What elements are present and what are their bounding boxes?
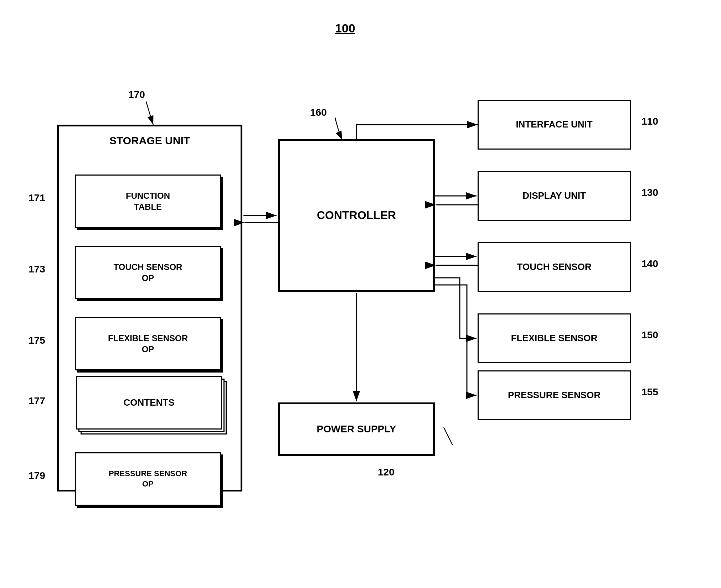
pressure-sensor-op-box: PRESSURE SENSOR OP bbox=[75, 452, 221, 506]
controller-box: CONTROLLER bbox=[278, 139, 435, 292]
interface-unit-box: INTERFACE UNIT bbox=[478, 100, 631, 150]
ref-140: 140 bbox=[642, 258, 658, 270]
function-table-box: FUNCTION TABLE bbox=[75, 175, 221, 228]
ref-150: 150 bbox=[642, 329, 658, 341]
ref-160: 160 bbox=[310, 107, 327, 118]
ref-171: 171 bbox=[29, 192, 45, 204]
ref-177: 177 bbox=[29, 395, 45, 407]
ref-170: 170 bbox=[128, 89, 145, 100]
ref-173: 173 bbox=[29, 264, 45, 275]
ref-110: 110 bbox=[642, 116, 658, 127]
flexible-sensor-box: FLEXIBLE SENSOR bbox=[478, 313, 631, 363]
power-supply-box: POWER SUPPLY bbox=[278, 402, 435, 456]
ref-130: 130 bbox=[642, 187, 658, 198]
ref-155: 155 bbox=[642, 386, 658, 398]
ref-179: 179 bbox=[29, 470, 45, 482]
flexible-sensor-op-box: FLEXIBLE SENSOR OP bbox=[75, 317, 221, 370]
touch-sensor-box: TOUCH SENSOR bbox=[478, 242, 631, 292]
touch-sensor-op-box: TOUCH SENSOR OP bbox=[75, 246, 221, 299]
ref-120: 120 bbox=[378, 467, 395, 478]
ref-175: 175 bbox=[29, 335, 45, 346]
pressure-sensor-box: PRESSURE SENSOR bbox=[478, 370, 631, 420]
diagram: 100 STORAGE UNIT 170 FUNCTION TABLE 171 … bbox=[0, 0, 721, 588]
contents-box: CONTENTS bbox=[76, 376, 222, 430]
diagram-title: 100 bbox=[335, 21, 355, 35]
display-unit-box: DISPLAY UNIT bbox=[478, 171, 631, 221]
